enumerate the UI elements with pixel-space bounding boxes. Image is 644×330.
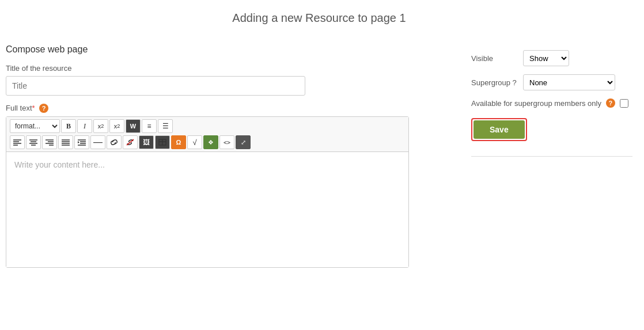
fulltext-label: Full text* ? [6, 104, 448, 113]
editor-wrapper: format... Paragraph Heading 1 Heading 2 … [6, 116, 409, 268]
title-label: Title of the resource [6, 64, 448, 73]
media-button[interactable]: ❖ [203, 135, 218, 149]
available-help-icon[interactable]: ? [606, 98, 615, 108]
toolbar: format... Paragraph Heading 1 Heading 2 … [6, 117, 408, 152]
editor-placeholder: Write your content here... [14, 160, 105, 169]
superscript-button[interactable]: x2 [109, 119, 124, 133]
section-heading: Compose web page [6, 44, 448, 55]
save-button-wrapper: Save [471, 118, 527, 141]
page-title: Adding a new Resource to page 1 [6, 12, 632, 31]
toolbar-row-1: format... Paragraph Heading 1 Heading 2 … [10, 119, 405, 133]
bold-button[interactable]: B [61, 119, 76, 133]
available-checkbox[interactable] [620, 99, 628, 108]
left-panel: Compose web page Title of the resource F… [6, 44, 448, 268]
hr-button[interactable]: — [90, 135, 105, 149]
toolbar-row-2: — 🖼 Ω √ ❖ <> [10, 135, 405, 149]
indent-button[interactable] [74, 135, 89, 149]
supergroup-row: Supergroup ? None Group A Group B [471, 74, 632, 90]
save-button[interactable]: Save [473, 120, 525, 139]
svg-marker-20 [78, 141, 79, 143]
format-select[interactable]: format... Paragraph Heading 1 Heading 2 … [10, 119, 60, 133]
link-button[interactable] [107, 135, 122, 149]
list-unordered-button[interactable]: ≡ [142, 119, 157, 133]
math-button[interactable]: √ [187, 135, 202, 149]
supergroup-select[interactable]: None Group A Group B [523, 74, 615, 90]
fullscreen-button[interactable]: ⤢ [236, 135, 251, 149]
table-button[interactable] [155, 135, 170, 149]
subscript-button[interactable]: x2 [93, 119, 108, 133]
editor-content[interactable]: Write your content here... [6, 152, 408, 267]
visible-row: Visible Show Hide [471, 50, 632, 66]
list-ordered-button[interactable]: ☰ [158, 119, 173, 133]
source-button[interactable]: <> [219, 135, 234, 149]
align-right-button[interactable] [42, 135, 57, 149]
visible-label: Visible [471, 54, 517, 63]
word-button[interactable]: W [126, 119, 141, 133]
required-marker: * [32, 104, 35, 112]
align-justify-button[interactable] [58, 135, 73, 149]
image-button[interactable]: 🖼 [139, 135, 154, 149]
supergroup-help-icon[interactable]: ? [513, 78, 517, 87]
italic-button[interactable]: I [77, 119, 92, 133]
title-input[interactable] [6, 76, 305, 96]
right-panel: Visible Show Hide Supergroup ? None Grou… [471, 44, 632, 157]
align-left-button[interactable] [10, 135, 25, 149]
visible-select[interactable]: Show Hide [523, 50, 569, 66]
available-label: Available for supergroup members only [471, 99, 601, 108]
supergroup-label: Supergroup ? [471, 78, 517, 87]
special-char-button[interactable]: Ω [171, 135, 186, 149]
available-row: Available for supergroup members only ? [471, 98, 632, 108]
divider [471, 156, 632, 157]
fulltext-help-icon[interactable]: ? [39, 104, 48, 113]
unlink-button[interactable] [123, 135, 138, 149]
align-center-button[interactable] [26, 135, 41, 149]
